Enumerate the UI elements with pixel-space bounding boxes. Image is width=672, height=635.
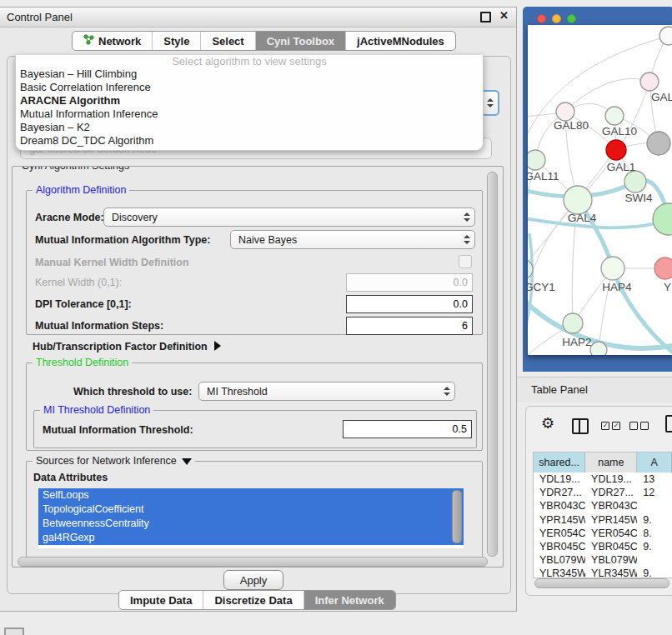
dpi-tolerance-input[interactable] — [346, 295, 473, 313]
tab-cyni-toolbox[interactable]: Cyni Toolbox — [255, 32, 345, 50]
aracne-mode-combo[interactable]: Discovery — [103, 208, 475, 227]
kernel-width-label: Kernel Width (0,1): — [35, 277, 122, 288]
columns-icon[interactable] — [572, 418, 589, 434]
sources-legend-text: Sources for Network Inference — [36, 455, 177, 467]
cyni-algorithm-settings-group: Cyni Algorithm Settings Algorithm Defini… — [12, 166, 504, 568]
combo-stepper-icon — [459, 208, 474, 226]
minimized-panel-icon[interactable] — [4, 628, 24, 635]
control-panel-window: Control Panel ✕ Network S — [0, 7, 517, 612]
tab-impute-data[interactable]: Impute Data — [119, 591, 203, 609]
tab-infer-network[interactable]: Infer Network — [303, 591, 395, 609]
algorithm-combo-stepper[interactable] — [481, 90, 499, 116]
attribute-item[interactable]: TopologicalCoefficient — [38, 502, 464, 517]
table-row[interactable]: YER054CYER054C8. — [534, 527, 672, 540]
node-gal10[interactable] — [605, 107, 624, 125]
node-big-green[interactable] — [653, 203, 672, 235]
table-row[interactable]: YLR345WYLR345W9. — [534, 567, 672, 578]
algorithm-option[interactable]: Dream8 DC_TDC Algorithm — [16, 134, 483, 148]
tab-style[interactable]: Style — [152, 32, 200, 50]
data-attributes-label: Data Attributes — [33, 472, 108, 483]
node-top-partial[interactable] — [659, 27, 672, 45]
node-gal1-selected[interactable] — [606, 140, 626, 160]
table-panel-title: Table Panel — [531, 383, 588, 396]
mac-minimize-icon[interactable] — [552, 14, 561, 23]
attribute-item[interactable]: gal4RGexp — [38, 531, 464, 545]
node-label: HAP4 — [602, 281, 631, 293]
node-gray[interactable] — [647, 132, 670, 155]
node-label: GAL80 — [554, 119, 589, 132]
node-gal-partial[interactable] — [640, 72, 659, 91]
close-icon[interactable]: ✕ — [499, 9, 509, 22]
mi-type-value: Naive Bayes — [238, 234, 297, 246]
mi-type-label: Mutual Information Algorithm Type: — [35, 234, 210, 246]
top-tabbar: Network Style Select Cyni Toolbox jActiv… — [72, 31, 456, 51]
table-horizontal-scrollbar[interactable] — [534, 578, 669, 588]
node-bottom-partial[interactable] — [590, 342, 607, 355]
column-header-partial[interactable]: A — [637, 452, 672, 472]
apply-button[interactable]: Apply — [223, 570, 283, 590]
table-row[interactable]: YBR045CYBR045C9. — [534, 540, 672, 553]
node-gal11[interactable] — [528, 150, 545, 170]
which-threshold-combo[interactable]: MI Threshold — [198, 382, 455, 401]
deselect-all-checkboxes-icon[interactable] — [629, 422, 649, 430]
mac-close-icon[interactable] — [537, 14, 546, 23]
hub-definition-toggle[interactable]: Hub/Transcription Factor Definition — [33, 338, 221, 353]
mi-threshold-definition-group: MI Threshold Definition Mutual Informati… — [33, 410, 477, 448]
algorithm-option[interactable]: Mutual Information Inference — [16, 108, 483, 121]
node-label: HAP2 — [562, 336, 591, 348]
algorithm-option[interactable]: Bayesian – K2 — [16, 121, 483, 134]
table-row[interactable]: YPR145WYPR145W9. — [534, 513, 672, 527]
node-label: GAL1 — [607, 161, 636, 173]
kernel-width-input[interactable] — [346, 273, 473, 292]
manual-kernel-checkbox[interactable] — [459, 255, 472, 268]
apply-button-label: Apply — [240, 574, 268, 587]
bottom-tabbar: Impute Data Discretize Data Infer Networ… — [118, 590, 396, 610]
mi-steps-input[interactable] — [346, 317, 473, 335]
table-row[interactable]: YBR043CYBR043C — [534, 499, 672, 512]
collapse-down-icon — [182, 458, 192, 465]
aracne-mode-value: Discovery — [112, 212, 158, 223]
document-icon[interactable] — [665, 415, 672, 432]
gear-icon[interactable]: ⚙ — [541, 414, 554, 432]
node-gal80[interactable] — [556, 102, 574, 121]
manual-kernel-label: Manual Kernel Width Definition — [35, 257, 189, 268]
algorithm-option[interactable]: Basic Correlation Inference — [16, 81, 483, 94]
node-salmon[interactable] — [654, 258, 672, 279]
network-canvas[interactable]: GAL80 GAL10 GAL1 GAL11 SWI4 GAL4 HAP4 HA… — [528, 25, 672, 355]
control-panel-titlebar: Control Panel ✕ — [0, 8, 516, 28]
tab-jactivemnodules[interactable]: jActiveMNodules — [345, 32, 455, 50]
algorithm-option-selected[interactable]: ARACNE Algorithm — [16, 94, 483, 108]
threshold-definition-group: Threshold Definition Which threshold to … — [26, 362, 483, 451]
attribute-list-scrollbar[interactable] — [452, 490, 462, 543]
float-window-icon[interactable] — [480, 12, 491, 22]
hub-definition-label: Hub/Transcription Factor Definition — [33, 341, 208, 352]
node-gal4[interactable] — [564, 186, 592, 214]
table-row[interactable]: YDL19...YDL19...13 — [534, 472, 672, 486]
expand-right-icon — [214, 341, 221, 351]
tab-select[interactable]: Select — [200, 32, 254, 50]
algorithm-option[interactable]: Bayesian – Hill Climbing — [16, 68, 483, 81]
tab-network[interactable]: Network — [73, 32, 152, 50]
settings-horizontal-scrollbar[interactable] — [18, 557, 488, 567]
tab-network-label: Network — [98, 35, 141, 48]
attribute-item[interactable]: BetweennessCentrality — [38, 517, 464, 531]
network-graph — [528, 25, 672, 355]
sources-legend[interactable]: Sources for Network Inference — [33, 455, 195, 468]
panel-title: Control Panel — [7, 11, 73, 23]
select-all-checkboxes-icon[interactable]: ✓✓ — [601, 422, 620, 430]
node-hap2[interactable] — [563, 313, 583, 333]
table-row[interactable]: YBL079WYBL079W — [534, 553, 672, 567]
mi-threshold-legend: MI Threshold Definition — [40, 404, 153, 417]
node-swi4[interactable] — [624, 171, 646, 192]
column-header-name[interactable]: name — [585, 452, 637, 472]
mac-zoom-icon[interactable] — [567, 14, 576, 23]
table-header-row: shared... name A — [534, 452, 672, 472]
mi-type-combo[interactable]: Naive Bayes — [230, 230, 475, 249]
attribute-item[interactable]: SelfLoops — [38, 488, 464, 502]
column-header-shared-name[interactable]: shared... — [534, 452, 585, 472]
settings-vertical-scrollbar[interactable] — [487, 172, 498, 557]
node-hap4[interactable] — [601, 257, 624, 280]
tab-discretize-data[interactable]: Discretize Data — [203, 591, 303, 609]
table-row[interactable]: YDR27...YDR27...12 — [534, 486, 672, 499]
mi-threshold-input[interactable] — [343, 420, 472, 438]
